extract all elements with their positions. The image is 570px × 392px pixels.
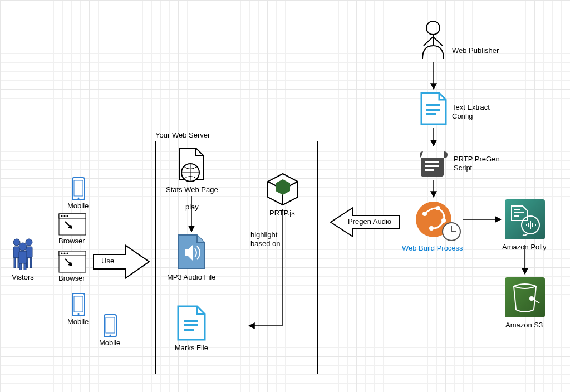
mp3-label: MP3 Audio File — [167, 273, 215, 282]
svg-rect-23 — [74, 180, 83, 196]
prtp-script-icon — [417, 148, 450, 181]
amazon-polly-label: Amazon Polly — [502, 243, 546, 252]
browser-label-1: Browser — [58, 237, 85, 246]
svg-point-21 — [67, 253, 68, 254]
svg-rect-7 — [30, 258, 32, 268]
svg-point-15 — [64, 215, 66, 217]
browser-label-2: Browser — [58, 274, 85, 283]
svg-rect-39 — [425, 161, 439, 163]
amazon-polly-icon — [504, 198, 546, 242]
prtpjs-icon — [266, 171, 300, 209]
amazon-s3-label: Amazon S3 — [505, 321, 543, 330]
svg-point-1 — [26, 239, 32, 246]
visitors-icon — [10, 237, 36, 272]
web-publisher-label: Web Publisher — [452, 46, 499, 55]
prtp-script-label: PRTP PreGen Script — [454, 155, 500, 172]
svg-rect-48 — [505, 199, 545, 239]
svg-point-27 — [78, 313, 80, 315]
svg-point-14 — [61, 215, 63, 217]
svg-rect-40 — [425, 165, 439, 167]
mobile-label-3: Mobile — [99, 339, 120, 347]
svg-rect-36 — [426, 104, 440, 106]
svg-rect-29 — [106, 317, 115, 333]
mobile-icon-3 — [103, 313, 117, 340]
mp3-icon — [176, 234, 207, 272]
svg-rect-4 — [14, 258, 16, 268]
svg-point-8 — [19, 243, 27, 251]
svg-rect-38 — [426, 113, 436, 115]
svg-rect-26 — [74, 296, 83, 312]
mobile-label-1: Mobile — [67, 202, 89, 210]
svg-rect-18 — [59, 251, 86, 256]
marks-file-label: Marks File — [175, 344, 208, 352]
svg-point-35 — [426, 21, 440, 35]
web-publisher-icon — [419, 20, 447, 62]
amazon-s3-icon — [504, 276, 546, 320]
svg-rect-34 — [184, 329, 194, 331]
web-server-title: Your Web Server — [155, 131, 210, 140]
svg-rect-37 — [426, 109, 440, 111]
mobile-icon-1 — [71, 177, 86, 203]
stats-page-icon — [176, 147, 207, 185]
web-build-icon — [415, 199, 461, 244]
svg-point-0 — [13, 239, 20, 246]
svg-point-24 — [78, 198, 80, 199]
browser-icon-2 — [58, 251, 86, 275]
svg-rect-41 — [425, 169, 434, 171]
svg-point-30 — [110, 335, 111, 336]
stats-page-label: Stats Web Page — [166, 185, 218, 194]
pregen-arrow-label: Pregen Audio — [348, 217, 391, 226]
visitors-label: Vistors — [7, 273, 39, 282]
browser-icon-1 — [58, 213, 86, 237]
mobile-label-2: Mobile — [67, 317, 89, 326]
svg-rect-10 — [19, 263, 22, 270]
svg-rect-33 — [184, 324, 198, 326]
svg-rect-32 — [184, 320, 198, 322]
use-arrow-label: Use — [101, 257, 114, 266]
text-extract-label: Text Extract Config — [452, 103, 490, 120]
marks-file-icon — [176, 305, 207, 344]
text-extract-icon — [419, 92, 448, 128]
svg-rect-9 — [19, 251, 27, 263]
svg-point-16 — [67, 215, 68, 217]
svg-point-20 — [64, 253, 66, 254]
play-label: play — [185, 203, 199, 212]
prtpjs-label: PRTP.js — [269, 209, 295, 218]
svg-rect-11 — [24, 263, 26, 270]
highlight-label: highlight based on — [250, 231, 295, 248]
mobile-icon-2 — [71, 292, 86, 318]
web-build-label: Web Build Process — [402, 244, 463, 253]
svg-point-19 — [61, 253, 63, 254]
svg-rect-13 — [59, 214, 86, 218]
